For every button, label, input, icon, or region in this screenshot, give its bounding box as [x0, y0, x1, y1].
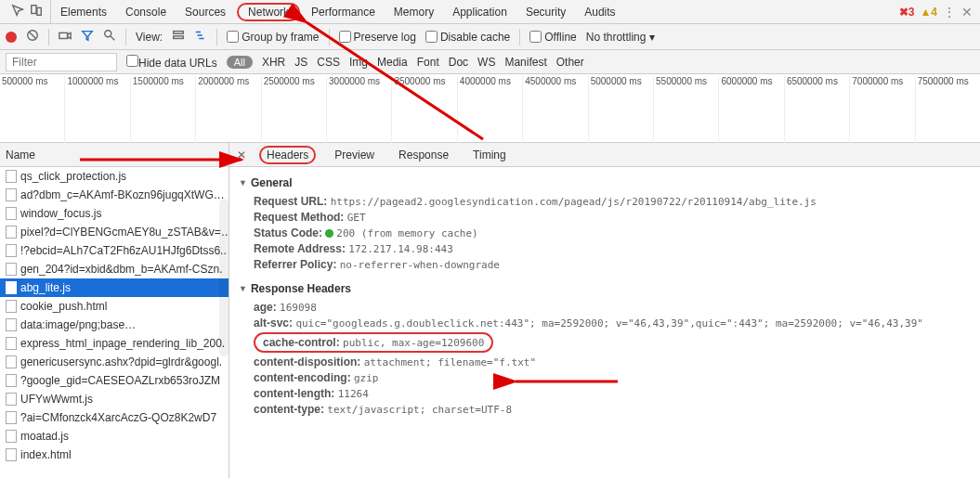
- request-row[interactable]: pixel?d=ClYBENGcmAEY8u_zSTAB&v=…: [0, 223, 229, 241]
- request-name: index.html: [20, 448, 72, 461]
- filter-type-manifest[interactable]: Manifest: [504, 56, 546, 69]
- request-row[interactable]: data:image/png;base…: [0, 316, 229, 334]
- response-headers-section[interactable]: Response Headers: [239, 282, 971, 295]
- search-icon[interactable]: [103, 29, 116, 45]
- tab-security[interactable]: Security: [516, 0, 575, 23]
- camera-icon[interactable]: [59, 29, 72, 45]
- request-name: cookie_push.html: [20, 300, 107, 313]
- header-row: alt-svc: quic="googleads.g.doubleclick.n…: [254, 317, 971, 329]
- file-icon: [6, 430, 17, 443]
- status-dot-icon: [325, 229, 333, 238]
- detail-tab-preview[interactable]: Preview: [329, 146, 380, 164]
- waterfall-icon[interactable]: [194, 29, 207, 45]
- file-icon: [6, 374, 17, 387]
- inspect-icon[interactable]: [11, 4, 24, 19]
- timeline-tick: 4000000 ms: [457, 76, 522, 143]
- svg-rect-3: [59, 32, 68, 38]
- request-row[interactable]: ?google_gid=CAESEOAZLrxb653roJZM: [0, 371, 229, 390]
- scrollbar[interactable]: [219, 199, 229, 356]
- timeline-overview[interactable]: 500000 ms1000000 ms1500000 ms2000000 ms2…: [0, 74, 980, 143]
- filter-type-xhr[interactable]: XHR: [262, 56, 285, 69]
- group-by-frame-checkbox[interactable]: Group by frame: [227, 31, 319, 44]
- request-row[interactable]: express_html_inpage_rendering_lib_200.: [0, 334, 229, 353]
- file-icon: [6, 411, 17, 424]
- request-row[interactable]: cookie_push.html: [0, 297, 229, 316]
- filter-type-js[interactable]: JS: [294, 56, 307, 69]
- request-row[interactable]: moatad.js: [0, 427, 229, 446]
- request-method-row: Request Method: GET: [254, 211, 971, 224]
- timeline-tick: 4500000 ms: [522, 76, 587, 143]
- throttling-select[interactable]: No throttling▾: [586, 31, 656, 44]
- tab-elements[interactable]: Elements: [51, 0, 116, 23]
- name-column-header[interactable]: Name: [0, 143, 229, 167]
- tab-console[interactable]: Console: [116, 0, 176, 23]
- record-button[interactable]: [6, 32, 17, 43]
- disable-cache-checkbox[interactable]: Disable cache: [425, 31, 510, 44]
- close-details-icon[interactable]: ✕: [237, 149, 246, 161]
- filter-type-media[interactable]: Media: [377, 56, 408, 69]
- status-code-row: Status Code: 200 (from memory cache): [254, 226, 971, 239]
- request-row[interactable]: gen_204?id=xbid&dbm_b=AKAmf-CSzn.: [0, 260, 229, 278]
- error-badge[interactable]: ✖3: [899, 6, 915, 19]
- request-row[interactable]: qs_click_protection.js: [0, 167, 229, 186]
- svg-rect-1: [37, 7, 41, 15]
- timeline-tick: 500000 ms: [0, 76, 64, 143]
- filter-type-doc[interactable]: Doc: [449, 56, 468, 69]
- view-label: View:: [136, 31, 163, 44]
- timeline-tick: 2000000 ms: [195, 76, 260, 143]
- tab-network[interactable]: Network: [237, 3, 300, 21]
- request-row[interactable]: ?ai=CMfonzck4XarcAczG-QOz8K2wD7: [0, 408, 229, 427]
- details-pane: ✕ HeadersPreviewResponseTiming General R…: [229, 143, 980, 478]
- filter-input[interactable]: [6, 53, 117, 71]
- filter-icon[interactable]: [81, 29, 94, 45]
- filter-type-css[interactable]: CSS: [317, 56, 340, 69]
- device-toggle-icon[interactable]: [30, 4, 43, 19]
- request-row[interactable]: window_focus.js: [0, 204, 229, 223]
- detail-tab-timing[interactable]: Timing: [467, 146, 512, 164]
- close-icon[interactable]: ✕: [961, 5, 973, 19]
- general-section[interactable]: General: [239, 176, 971, 189]
- tab-performance[interactable]: Performance: [302, 0, 385, 23]
- file-icon: [6, 337, 17, 350]
- tab-memory[interactable]: Memory: [385, 0, 443, 23]
- filter-type-img[interactable]: Img: [349, 56, 368, 69]
- detail-tab-headers[interactable]: Headers: [259, 146, 316, 164]
- header-row: content-disposition: attachment; filenam…: [254, 355, 971, 368]
- filter-type-all[interactable]: All: [227, 56, 253, 69]
- timeline-tick: 5000000 ms: [588, 76, 653, 143]
- hide-data-urls-checkbox[interactable]: Hide data URLs: [126, 55, 217, 70]
- tab-application[interactable]: Application: [443, 0, 516, 23]
- filter-type-other[interactable]: Other: [556, 56, 584, 69]
- request-row[interactable]: ad?dbm_c=AKAmf-BKozn96jugqXtWG…: [0, 186, 229, 204]
- clear-icon[interactable]: [26, 29, 39, 45]
- svg-point-4: [105, 31, 111, 37]
- request-row[interactable]: !?ebcid=ALh7CaT2Fh6zAU1HJfg6Dtss6..: [0, 241, 229, 260]
- warning-badge[interactable]: ▲4: [920, 6, 937, 19]
- timeline-tick: 6500000 ms: [784, 76, 849, 143]
- request-row[interactable]: genericusersync.ashx?dpid=glrdr&googl.: [0, 353, 229, 371]
- more-icon[interactable]: ⋮: [943, 5, 956, 19]
- filter-type-font[interactable]: Font: [417, 56, 439, 69]
- timeline-tick: 5500000 ms: [653, 76, 718, 143]
- timeline-tick: 1000000 ms: [64, 76, 129, 143]
- tab-audits[interactable]: Audits: [575, 0, 624, 23]
- request-row[interactable]: index.html: [0, 446, 229, 464]
- detail-tab-response[interactable]: Response: [393, 146, 454, 164]
- request-name: abg_lite.js: [20, 281, 71, 294]
- file-icon: [6, 188, 17, 201]
- file-icon: [6, 300, 17, 313]
- header-row: content-encoding: gzip: [254, 371, 971, 384]
- request-row[interactable]: abg_lite.js: [0, 278, 229, 297]
- request-list-pane: Name qs_click_protection.jsad?dbm_c=AKAm…: [0, 143, 229, 478]
- timeline-tick: 6000000 ms: [718, 76, 783, 143]
- request-row[interactable]: UFYwWwmt.js: [0, 390, 229, 408]
- offline-checkbox[interactable]: Offline: [529, 31, 576, 44]
- file-icon: [6, 263, 17, 276]
- filter-type-ws[interactable]: WS: [477, 56, 495, 69]
- tab-sources[interactable]: Sources: [176, 0, 235, 23]
- request-name: moatad.js: [20, 430, 69, 443]
- filter-bar: Hide data URLs AllXHRJSCSSImgMediaFontDo…: [0, 50, 980, 74]
- request-name: pixel?d=ClYBENGcmAEY8u_zSTAB&v=…: [20, 226, 229, 239]
- preserve-log-checkbox[interactable]: Preserve log: [339, 31, 416, 44]
- large-rows-icon[interactable]: [172, 29, 185, 45]
